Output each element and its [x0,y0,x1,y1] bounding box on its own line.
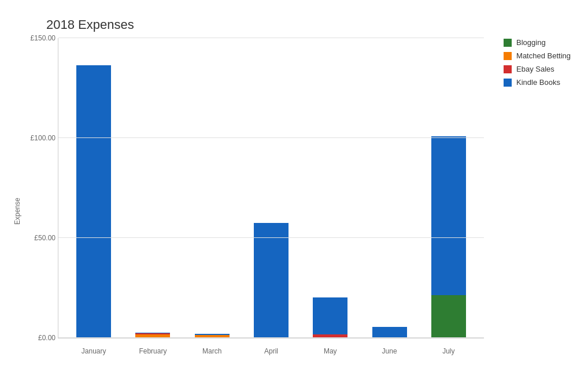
y-axis-tick-label: £100.00 [21,134,56,142]
bar-column: June [360,38,419,338]
chart-area: Expense JanuaryFebruaryMarchAprilMayJune… [12,38,576,362]
y-axis-tick-label: £150.00 [21,34,56,42]
x-axis-label: May [324,347,337,355]
bars-group: JanuaryFebruaryMarchAprilMayJuneJuly [58,38,484,338]
y-axis-tick-label: £0.00 [21,334,56,342]
legend-color-box [504,39,512,47]
bar-stack [195,304,230,338]
legend-label: Ebay Sales [516,65,554,73]
x-axis-label: March [202,347,221,355]
bar-column: January [64,38,123,338]
legend-color-box [504,52,512,60]
legend-label: Matched Betting [516,51,571,60]
legend-item: Kindle Books [504,78,571,87]
legend-label: Blogging [516,38,546,47]
grid-line: £50.00 [58,237,484,238]
bar-segment-kindleBooks [431,136,466,295]
y-axis-tick-label: £50.00 [21,234,56,242]
x-axis-label: June [382,347,397,355]
plot-area: JanuaryFebruaryMarchAprilMayJuneJuly £15… [58,38,484,338]
legend-item: Blogging [504,38,571,47]
x-axis-label: January [82,347,106,355]
bar-stack [372,280,407,338]
chart-container: 2018 Expenses Expense JanuaryFebruaryMar… [0,0,588,376]
bar-segment-blogging [431,295,466,338]
legend-item: Ebay Sales [504,65,571,73]
grid-line: £0.00 [58,337,484,338]
legend-color-box [504,65,512,73]
bar-stack [313,228,347,338]
bar-column: May [301,38,360,338]
grid-line: £100.00 [58,137,484,138]
legend: BloggingMatched BettingEbay SalesKindle … [504,38,571,87]
legend-label: Kindle Books [516,78,560,87]
bar-stack [431,92,466,338]
bar-stack [135,298,170,338]
chart-title: 2018 Expenses [46,17,576,32]
bar-stack [254,152,289,338]
bar-column: February [123,38,182,338]
chart-inner: JanuaryFebruaryMarchAprilMayJuneJuly £15… [23,38,576,362]
x-axis-label: April [264,347,278,355]
x-axis-label: February [139,347,167,355]
x-axis-label: July [442,347,454,355]
bar-segment-kindleBooks [76,65,111,338]
grid-line: £150.00 [58,38,484,38]
bar-column: April [242,38,301,338]
legend-item: Matched Betting [504,51,571,60]
y-axis-label: Expense [12,38,23,362]
bar-column: July [419,38,478,338]
bar-segment-kindleBooks [313,297,347,334]
bar-column: March [183,38,242,338]
bar-segment-kindleBooks [254,223,289,338]
legend-color-box [504,79,512,87]
bar-stack [76,52,111,338]
bar-segment-kindleBooks [372,327,407,338]
